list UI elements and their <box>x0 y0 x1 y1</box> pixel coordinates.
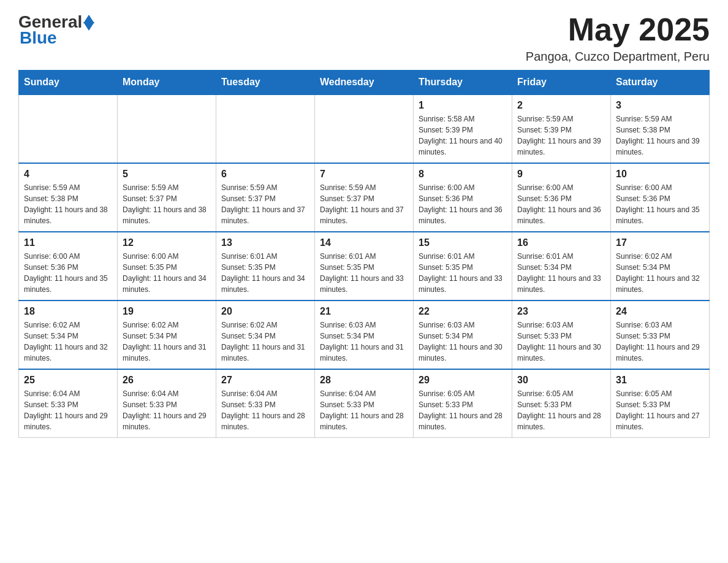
day-number: 23 <box>517 306 605 317</box>
calendar-table: SundayMondayTuesdayWednesdayThursdayFrid… <box>18 70 710 438</box>
day-number: 28 <box>320 375 408 386</box>
calendar-cell: 6Sunrise: 5:59 AMSunset: 5:37 PMDaylight… <box>216 163 315 232</box>
day-info: Sunrise: 6:02 AMSunset: 5:34 PMDaylight:… <box>24 320 112 364</box>
day-info: Sunrise: 5:59 AMSunset: 5:37 PMDaylight:… <box>221 182 309 226</box>
day-info: Sunrise: 5:59 AMSunset: 5:37 PMDaylight:… <box>123 182 211 226</box>
calendar-header-sunday: Sunday <box>19 71 118 95</box>
calendar-cell: 11Sunrise: 6:00 AMSunset: 5:36 PMDayligh… <box>19 232 118 301</box>
day-info: Sunrise: 6:05 AMSunset: 5:33 PMDaylight:… <box>616 388 704 432</box>
day-info: Sunrise: 6:00 AMSunset: 5:36 PMDaylight:… <box>517 182 605 226</box>
day-info: Sunrise: 6:01 AMSunset: 5:35 PMDaylight:… <box>320 251 408 295</box>
month-year-title: May 2025 <box>526 12 710 47</box>
day-number: 8 <box>419 169 507 180</box>
logo-blue-text: Blue <box>20 28 57 48</box>
day-number: 26 <box>123 375 211 386</box>
logo: General Blue <box>18 12 94 48</box>
calendar-cell: 20Sunrise: 6:02 AMSunset: 5:34 PMDayligh… <box>216 301 315 369</box>
title-section: May 2025 Pangoa, Cuzco Department, Peru <box>526 12 710 64</box>
calendar-cell: 28Sunrise: 6:04 AMSunset: 5:33 PMDayligh… <box>315 369 414 438</box>
day-number: 9 <box>517 169 605 180</box>
calendar-cell: 31Sunrise: 6:05 AMSunset: 5:33 PMDayligh… <box>611 369 710 438</box>
calendar-header-wednesday: Wednesday <box>315 71 414 95</box>
page-header: General Blue May 2025 Pangoa, Cuzco Depa… <box>18 12 710 64</box>
day-number: 7 <box>320 169 408 180</box>
day-number: 21 <box>320 306 408 317</box>
day-number: 11 <box>24 237 112 248</box>
calendar-cell: 5Sunrise: 5:59 AMSunset: 5:37 PMDaylight… <box>118 163 216 232</box>
day-info: Sunrise: 6:00 AMSunset: 5:36 PMDaylight:… <box>616 182 704 226</box>
calendar-cell: 19Sunrise: 6:02 AMSunset: 5:34 PMDayligh… <box>118 301 216 369</box>
day-number: 4 <box>24 169 112 180</box>
day-info: Sunrise: 6:02 AMSunset: 5:34 PMDaylight:… <box>221 320 309 364</box>
day-info: Sunrise: 6:00 AMSunset: 5:36 PMDaylight:… <box>24 251 112 295</box>
day-number: 24 <box>616 306 704 317</box>
calendar-cell: 3Sunrise: 5:59 AMSunset: 5:38 PMDaylight… <box>611 94 710 163</box>
calendar-cell: 2Sunrise: 5:59 AMSunset: 5:39 PMDaylight… <box>512 94 611 163</box>
day-info: Sunrise: 6:04 AMSunset: 5:33 PMDaylight:… <box>320 388 408 432</box>
day-number: 12 <box>123 237 211 248</box>
calendar-cell: 18Sunrise: 6:02 AMSunset: 5:34 PMDayligh… <box>19 301 118 369</box>
day-info: Sunrise: 6:04 AMSunset: 5:33 PMDaylight:… <box>123 388 211 432</box>
calendar-cell: 16Sunrise: 6:01 AMSunset: 5:34 PMDayligh… <box>512 232 611 301</box>
day-number: 2 <box>517 100 605 111</box>
calendar-cell: 27Sunrise: 6:04 AMSunset: 5:33 PMDayligh… <box>216 369 315 438</box>
calendar-header-saturday: Saturday <box>611 71 710 95</box>
day-number: 25 <box>24 375 112 386</box>
day-number: 10 <box>616 169 704 180</box>
logo-triangle-down <box>83 22 94 31</box>
day-info: Sunrise: 6:00 AMSunset: 5:36 PMDaylight:… <box>419 182 507 226</box>
day-info: Sunrise: 6:02 AMSunset: 5:34 PMDaylight:… <box>616 251 704 295</box>
calendar-header-thursday: Thursday <box>414 71 512 95</box>
day-number: 14 <box>320 237 408 248</box>
calendar-cell: 23Sunrise: 6:03 AMSunset: 5:33 PMDayligh… <box>512 301 611 369</box>
calendar-cell: 30Sunrise: 6:05 AMSunset: 5:33 PMDayligh… <box>512 369 611 438</box>
calendar-header-friday: Friday <box>512 71 611 95</box>
day-info: Sunrise: 5:59 AMSunset: 5:37 PMDaylight:… <box>320 182 408 226</box>
day-info: Sunrise: 6:04 AMSunset: 5:33 PMDaylight:… <box>221 388 309 432</box>
calendar-cell: 24Sunrise: 6:03 AMSunset: 5:33 PMDayligh… <box>611 301 710 369</box>
day-info: Sunrise: 5:59 AMSunset: 5:39 PMDaylight:… <box>517 113 605 158</box>
calendar-cell: 13Sunrise: 6:01 AMSunset: 5:35 PMDayligh… <box>216 232 315 301</box>
day-number: 18 <box>24 306 112 317</box>
calendar-cell <box>315 94 414 163</box>
day-info: Sunrise: 6:03 AMSunset: 5:33 PMDaylight:… <box>616 320 704 364</box>
day-number: 6 <box>221 169 309 180</box>
calendar-cell <box>118 94 216 163</box>
calendar-week-row: 4Sunrise: 5:59 AMSunset: 5:38 PMDaylight… <box>19 163 710 232</box>
calendar-cell: 21Sunrise: 6:03 AMSunset: 5:34 PMDayligh… <box>315 301 414 369</box>
calendar-cell <box>216 94 315 163</box>
calendar-week-row: 1Sunrise: 5:58 AMSunset: 5:39 PMDaylight… <box>19 94 710 163</box>
calendar-cell: 26Sunrise: 6:04 AMSunset: 5:33 PMDayligh… <box>118 369 216 438</box>
day-number: 16 <box>517 237 605 248</box>
day-info: Sunrise: 6:03 AMSunset: 5:34 PMDaylight:… <box>320 320 408 364</box>
day-info: Sunrise: 6:00 AMSunset: 5:35 PMDaylight:… <box>123 251 211 295</box>
day-info: Sunrise: 5:58 AMSunset: 5:39 PMDaylight:… <box>419 113 507 158</box>
day-info: Sunrise: 6:02 AMSunset: 5:34 PMDaylight:… <box>123 320 211 364</box>
calendar-cell: 14Sunrise: 6:01 AMSunset: 5:35 PMDayligh… <box>315 232 414 301</box>
calendar-cell: 25Sunrise: 6:04 AMSunset: 5:33 PMDayligh… <box>19 369 118 438</box>
day-number: 15 <box>419 237 507 248</box>
day-number: 17 <box>616 237 704 248</box>
calendar-cell: 9Sunrise: 6:00 AMSunset: 5:36 PMDaylight… <box>512 163 611 232</box>
day-info: Sunrise: 6:01 AMSunset: 5:35 PMDaylight:… <box>221 251 309 295</box>
day-info: Sunrise: 6:03 AMSunset: 5:33 PMDaylight:… <box>517 320 605 364</box>
day-number: 19 <box>123 306 211 317</box>
calendar-cell <box>19 94 118 163</box>
calendar-cell: 1Sunrise: 5:58 AMSunset: 5:39 PMDaylight… <box>414 94 512 163</box>
calendar-cell: 7Sunrise: 5:59 AMSunset: 5:37 PMDaylight… <box>315 163 414 232</box>
day-number: 1 <box>419 100 507 111</box>
calendar-week-row: 11Sunrise: 6:00 AMSunset: 5:36 PMDayligh… <box>19 232 710 301</box>
day-info: Sunrise: 5:59 AMSunset: 5:38 PMDaylight:… <box>24 182 112 226</box>
calendar-cell: 4Sunrise: 5:59 AMSunset: 5:38 PMDaylight… <box>19 163 118 232</box>
day-info: Sunrise: 5:59 AMSunset: 5:38 PMDaylight:… <box>616 113 704 158</box>
day-number: 20 <box>221 306 309 317</box>
day-info: Sunrise: 6:05 AMSunset: 5:33 PMDaylight:… <box>517 388 605 432</box>
day-info: Sunrise: 6:01 AMSunset: 5:35 PMDaylight:… <box>419 251 507 295</box>
calendar-cell: 12Sunrise: 6:00 AMSunset: 5:35 PMDayligh… <box>118 232 216 301</box>
day-number: 30 <box>517 375 605 386</box>
day-number: 27 <box>221 375 309 386</box>
location-subtitle: Pangoa, Cuzco Department, Peru <box>526 50 710 64</box>
calendar-header-tuesday: Tuesday <box>216 71 315 95</box>
day-number: 13 <box>221 237 309 248</box>
day-number: 3 <box>616 100 704 111</box>
